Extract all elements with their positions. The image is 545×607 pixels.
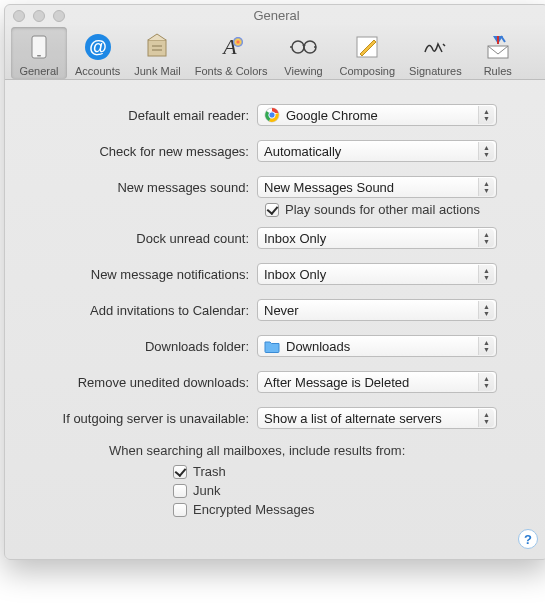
select-notifications[interactable]: Inbox Only ▲▼ — [257, 263, 497, 285]
toolbar-label: Accounts — [75, 65, 120, 77]
toolbar-label: Signatures — [409, 65, 462, 77]
svg-rect-4 — [148, 40, 166, 56]
preferences-toolbar: General @ Accounts Junk Mail A Fonts & C… — [5, 25, 545, 80]
checkbox-junk[interactable] — [173, 484, 187, 498]
updown-arrows-icon: ▲▼ — [478, 337, 494, 355]
label-junk: Junk — [193, 483, 220, 498]
traffic-lights — [13, 10, 65, 22]
select-dock-unread[interactable]: Inbox Only ▲▼ — [257, 227, 497, 249]
checkbox-play-sounds[interactable] — [265, 203, 279, 217]
viewing-icon — [287, 31, 319, 63]
label-add-invites: Add invitations to Calendar: — [25, 303, 257, 318]
toolbar-tab-composing[interactable]: Composing — [333, 27, 401, 79]
toolbar-tab-general[interactable]: General — [11, 27, 67, 79]
select-downloads-folder[interactable]: Downloads ▲▼ — [257, 335, 497, 357]
svg-rect-1 — [37, 55, 41, 57]
toolbar-tab-viewing[interactable]: Viewing — [275, 27, 331, 79]
updown-arrows-icon: ▲▼ — [478, 229, 494, 247]
toolbar-tab-accounts[interactable]: @ Accounts — [69, 27, 126, 79]
toolbar-label: Fonts & Colors — [195, 65, 268, 77]
select-value: Show a list of alternate servers — [264, 411, 442, 426]
checkbox-encrypted[interactable] — [173, 503, 187, 517]
select-value: Never — [264, 303, 299, 318]
svg-text:@: @ — [89, 37, 107, 57]
select-value: Automatically — [264, 144, 341, 159]
select-value: Downloads — [286, 339, 350, 354]
select-remove-downloads[interactable]: After Message is Deleted ▲▼ — [257, 371, 497, 393]
select-new-sound[interactable]: New Messages Sound ▲▼ — [257, 176, 497, 198]
label-search-heading: When searching all mailboxes, include re… — [109, 443, 528, 458]
label-new-sound: New messages sound: — [25, 180, 257, 195]
select-value: After Message is Deleted — [264, 375, 409, 390]
preferences-window: General General @ Accounts Junk Mail A F — [4, 4, 545, 560]
label-encrypted: Encrypted Messages — [193, 502, 314, 517]
select-add-invites[interactable]: Never ▲▼ — [257, 299, 497, 321]
updown-arrows-icon: ▲▼ — [478, 409, 494, 427]
label-remove-downloads: Remove unedited downloads: — [25, 375, 257, 390]
label-notifications: New message notifications: — [25, 267, 257, 282]
select-value: Inbox Only — [264, 231, 326, 246]
chrome-icon — [264, 107, 280, 123]
toolbar-label: Composing — [339, 65, 395, 77]
svg-text:A: A — [221, 34, 237, 59]
select-value: Google Chrome — [286, 108, 378, 123]
svg-point-7 — [292, 41, 304, 53]
select-outgoing-unavailable[interactable]: Show a list of alternate servers ▲▼ — [257, 407, 497, 429]
composing-icon — [351, 31, 383, 63]
updown-arrows-icon: ▲▼ — [478, 142, 494, 160]
label-downloads: Downloads folder: — [25, 339, 257, 354]
search-options-section: When searching all mailboxes, include re… — [25, 443, 528, 517]
general-form: Default email reader: Google Chrome ▲▼ C… — [5, 80, 545, 531]
select-value: New Messages Sound — [264, 180, 394, 195]
select-value: Inbox Only — [264, 267, 326, 282]
toolbar-label: Viewing — [284, 65, 322, 77]
toolbar-tab-junkmail[interactable]: Junk Mail — [128, 27, 186, 79]
toolbar-tab-fonts-colors[interactable]: A Fonts & Colors — [189, 27, 274, 79]
select-check-messages[interactable]: Automatically ▲▼ — [257, 140, 497, 162]
checkbox-trash[interactable] — [173, 465, 187, 479]
toolbar-label: Rules — [484, 65, 512, 77]
toolbar-label: General — [19, 65, 58, 77]
rules-icon — [482, 31, 514, 63]
updown-arrows-icon: ▲▼ — [478, 106, 494, 124]
select-default-reader[interactable]: Google Chrome ▲▼ — [257, 104, 497, 126]
svg-point-6 — [233, 37, 243, 47]
zoom-button[interactable] — [53, 10, 65, 22]
general-icon — [23, 31, 55, 63]
help-icon: ? — [524, 532, 532, 547]
folder-icon — [264, 338, 280, 354]
help-button[interactable]: ? — [518, 529, 538, 549]
label-trash: Trash — [193, 464, 226, 479]
updown-arrows-icon: ▲▼ — [478, 178, 494, 196]
label-default-reader: Default email reader: — [25, 108, 257, 123]
toolbar-label: Junk Mail — [134, 65, 180, 77]
updown-arrows-icon: ▲▼ — [478, 301, 494, 319]
junkmail-icon — [141, 31, 173, 63]
label-dock-unread: Dock unread count: — [25, 231, 257, 246]
updown-arrows-icon: ▲▼ — [478, 265, 494, 283]
accounts-icon: @ — [82, 31, 114, 63]
label-outgoing-unavailable: If outgoing server is unavailable: — [25, 411, 257, 426]
svg-rect-0 — [32, 36, 46, 58]
minimize-button[interactable] — [33, 10, 45, 22]
toolbar-tab-rules[interactable]: Rules — [470, 27, 526, 79]
window-title: General — [253, 8, 299, 23]
fonts-colors-icon: A — [215, 31, 247, 63]
label-play-sounds: Play sounds for other mail actions — [285, 202, 480, 217]
close-button[interactable] — [13, 10, 25, 22]
updown-arrows-icon: ▲▼ — [478, 373, 494, 391]
signatures-icon — [419, 31, 451, 63]
toolbar-tab-signatures[interactable]: Signatures — [403, 27, 468, 79]
label-check-messages: Check for new messages: — [25, 144, 257, 159]
svg-point-13 — [269, 112, 275, 118]
titlebar: General — [5, 5, 545, 25]
